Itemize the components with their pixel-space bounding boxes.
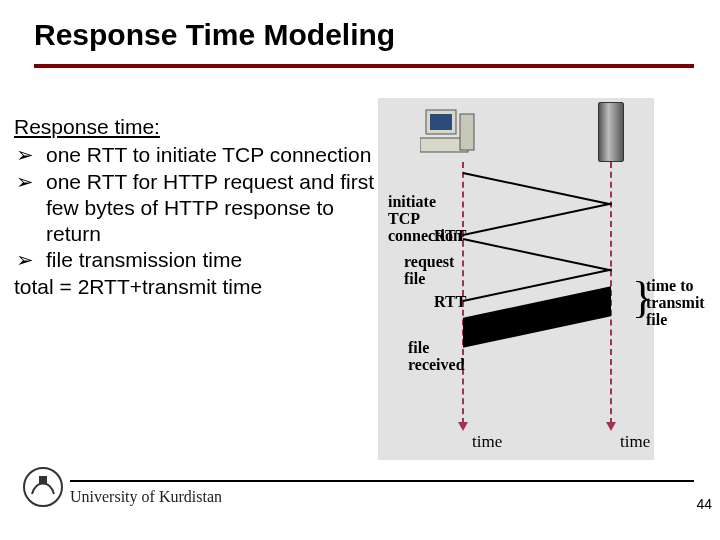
university-logo-icon [22, 466, 64, 508]
bullet-text: one RTT to initiate TCP connection [46, 142, 374, 168]
svg-rect-1 [430, 114, 452, 130]
bullet-glyph: ➢ [14, 169, 46, 195]
svg-rect-5 [39, 476, 47, 484]
bullet-glyph: ➢ [14, 142, 46, 168]
university-name: University of Kurdistan [70, 488, 222, 506]
svg-rect-3 [460, 114, 474, 150]
label-rtt: RTT [434, 228, 466, 245]
svg-point-4 [24, 468, 62, 506]
total-line: total = 2RTT+transmit time [14, 274, 374, 300]
axis-label-time: time [472, 432, 502, 452]
label-request-file: request file [404, 254, 464, 288]
label-rtt: RTT [434, 294, 466, 311]
bullet-item: ➢ file transmission time [14, 247, 374, 273]
title-underline [34, 64, 694, 68]
body-heading: Response time: [14, 114, 374, 140]
arrowhead-down-icon [606, 422, 616, 431]
footer-separator [70, 480, 694, 482]
client-computer-icon [420, 108, 476, 154]
axis-label-time: time [620, 432, 650, 452]
server-icon [598, 102, 624, 162]
bullet-glyph: ➢ [14, 247, 46, 273]
bullet-text: file transmission time [46, 247, 374, 273]
bullet-text: one RTT for HTTP request and first few b… [46, 169, 374, 248]
label-file-received: file received [408, 340, 468, 374]
page-number: 44 [696, 496, 712, 512]
body-text: Response time: ➢ one RTT to initiate TCP… [14, 114, 374, 300]
slide-title: Response Time Modeling [34, 18, 395, 52]
bullet-item: ➢ one RTT for HTTP request and first few… [14, 169, 374, 248]
arrowhead-down-icon [458, 422, 468, 431]
label-time-to-transmit: time to transmit file [646, 278, 718, 328]
bullet-item: ➢ one RTT to initiate TCP connection [14, 142, 374, 168]
slide: Response Time Modeling Response time: ➢ … [0, 0, 720, 540]
